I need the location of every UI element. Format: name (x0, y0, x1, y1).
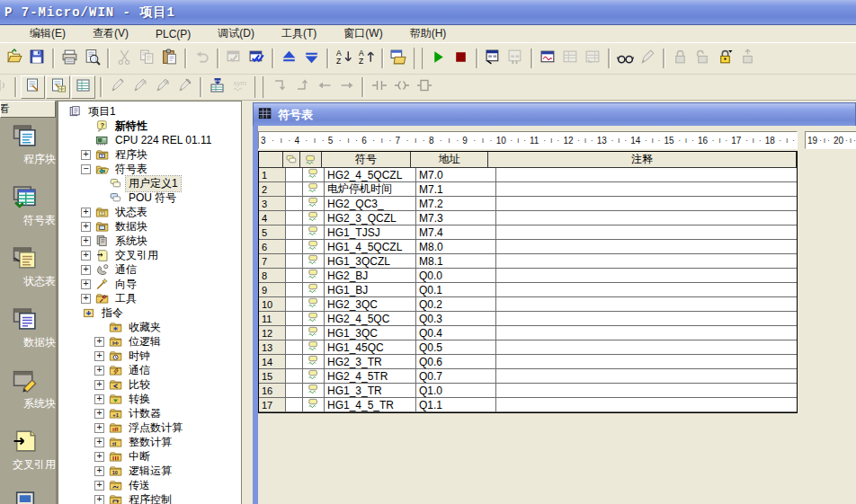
comment-cell[interactable] (496, 211, 797, 225)
expand-icon[interactable]: + (81, 150, 91, 160)
view-bar-header[interactable]: 查看 (0, 101, 56, 118)
tree-item[interactable]: +状态表 (58, 205, 241, 219)
pen-percent-button[interactable]: % (129, 76, 151, 98)
program-status-button[interactable] (482, 48, 504, 69)
comment-cell[interactable] (496, 340, 797, 355)
unlock-button[interactable] (691, 48, 714, 69)
expand-icon[interactable]: + (81, 222, 91, 232)
row-number[interactable]: 14 (259, 355, 286, 369)
view-table-button[interactable] (71, 75, 95, 99)
comment-cell[interactable] (496, 283, 797, 297)
expand-icon[interactable]: + (81, 251, 91, 261)
overlap-cell[interactable] (286, 312, 303, 326)
lock-button[interactable] (669, 48, 691, 69)
overlap-cell[interactable] (286, 283, 303, 297)
row-number[interactable]: 9 (259, 283, 286, 297)
comment-cell[interactable] (496, 312, 797, 326)
comment-cell[interactable] (496, 297, 797, 312)
arrow-right-button[interactable] (335, 76, 358, 98)
expand-icon[interactable]: + (94, 495, 104, 504)
tree-item[interactable]: POU 符号 (58, 190, 241, 205)
tree-item[interactable]: +向导 (58, 277, 241, 291)
symbol-cell[interactable]: HG2_3QC (325, 297, 416, 312)
sidebar-item-0[interactable]: 程序块 (0, 118, 56, 179)
sidebar-item-1[interactable]: 符号表 (0, 179, 56, 240)
symbol-marker-cell[interactable] (303, 211, 325, 225)
address-cell[interactable]: M7.1 (416, 182, 496, 197)
expand-icon[interactable]: + (81, 208, 91, 217)
symbol-cell[interactable]: HG1_3_TR (325, 384, 416, 398)
program-status-pause-button[interactable] (504, 48, 527, 69)
symbol-cell[interactable]: HG1_45QC (325, 340, 416, 355)
tree-item[interactable]: +通信 (58, 363, 241, 377)
tree-item[interactable]: +交叉引用 (58, 248, 241, 262)
tree-item[interactable]: +比较 (58, 377, 241, 392)
print-button[interactable] (58, 48, 81, 69)
expand-icon[interactable]: + (94, 452, 104, 462)
password-lock-button[interactable] (714, 48, 736, 69)
symbol-cell[interactable]: HG1_3QC (325, 326, 416, 340)
clear-lock-button[interactable] (736, 48, 759, 69)
collapse-icon[interactable]: − (81, 164, 91, 174)
symbol-marker-cell[interactable] (303, 240, 325, 254)
row-number[interactable]: 5 (259, 225, 286, 240)
chart-read-button[interactable] (582, 48, 604, 69)
tree-item[interactable]: +±I整数计算 (58, 435, 241, 449)
comment-cell[interactable] (496, 197, 797, 211)
window-titlebar[interactable]: P 7-Micro/WIN - 项目1 (0, 0, 856, 25)
symbol-marker-cell[interactable] (303, 326, 325, 340)
tree-item[interactable]: +传送 (58, 478, 241, 492)
symbol-cell[interactable]: HG1_BJ (325, 283, 416, 297)
overlap-cell[interactable] (286, 225, 303, 240)
tree-item[interactable]: +时钟 (58, 349, 241, 363)
arrow-left-button[interactable] (313, 76, 335, 98)
address-cell[interactable]: Q0.7 (416, 369, 496, 384)
symbol-cell[interactable]: HG1_3QCZL (325, 254, 416, 269)
pen-black-button[interactable] (174, 76, 196, 98)
address-cell[interactable]: Q0.3 (416, 312, 496, 326)
symbol-cell[interactable]: HG2_4_5QC (325, 312, 416, 326)
row-number[interactable]: 11 (259, 312, 286, 326)
tree-item[interactable]: +数据块 (58, 219, 241, 234)
symbol-marker-cell[interactable] (303, 297, 325, 312)
pen-red-button[interactable] (106, 76, 129, 98)
expand-icon[interactable]: + (94, 366, 104, 376)
row-number[interactable]: 7 (259, 254, 286, 269)
chart-status-button[interactable] (537, 48, 559, 69)
pen-blue-button[interactable]: % (151, 76, 174, 98)
tree-item[interactable]: −符号表 (58, 162, 241, 176)
tree-item[interactable]: 用户定义1 (58, 176, 241, 190)
tree-item[interactable]: +位逻辑 (58, 334, 241, 349)
tree-item[interactable]: +±R浮点数计算 (58, 420, 241, 435)
menu-item-0[interactable]: 编辑(E) (27, 25, 68, 42)
sym-addressing-button[interactable]: sym (228, 76, 251, 98)
overlap-cell[interactable] (286, 340, 303, 355)
symbol-marker-cell[interactable] (303, 283, 325, 297)
tree-item[interactable]: +通信 (58, 262, 241, 277)
overlap-cell[interactable] (286, 398, 303, 412)
tree-item[interactable]: ?新特性 (58, 119, 241, 133)
expand-icon[interactable]: + (81, 236, 91, 246)
save-button[interactable] (26, 48, 49, 69)
address-cell[interactable]: Q0.0 (416, 269, 496, 283)
cut-button[interactable] (113, 48, 136, 69)
symbol-marker-cell[interactable] (303, 398, 325, 412)
symbol-cell[interactable]: HG2_3_TR (325, 355, 416, 369)
expand-icon[interactable]: + (94, 409, 104, 419)
menu-item-6[interactable]: 帮助(H) (407, 25, 450, 42)
expand-icon[interactable]: + (94, 351, 104, 361)
run-button[interactable] (427, 48, 450, 69)
comment-cell[interactable] (496, 369, 797, 384)
address-cell[interactable]: M7.3 (416, 211, 496, 225)
tree-item[interactable]: +中断 (58, 449, 241, 464)
row-number[interactable]: 1 (259, 168, 286, 182)
network-clip-button[interactable] (0, 76, 11, 98)
row-number[interactable]: 17 (259, 398, 286, 412)
symbol-marker-cell[interactable] (303, 182, 325, 197)
symbol-marker-cell[interactable] (303, 197, 325, 211)
menu-item-4[interactable]: 工具(T) (279, 25, 319, 42)
view-editor-button[interactable] (21, 75, 45, 99)
row-number[interactable]: 16 (259, 384, 286, 398)
compile-button[interactable] (223, 48, 245, 69)
overlap-cell[interactable] (286, 384, 303, 398)
